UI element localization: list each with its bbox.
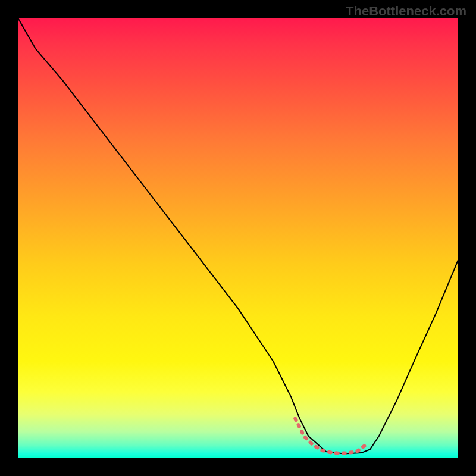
- highlight-segment: [295, 418, 365, 453]
- chart-container: TheBottleneck.com: [0, 0, 476, 476]
- watermark-text: TheBottleneck.com: [346, 4, 466, 19]
- main-curve: [18, 18, 458, 454]
- plot-area: [18, 18, 458, 458]
- curve-svg: [18, 18, 458, 458]
